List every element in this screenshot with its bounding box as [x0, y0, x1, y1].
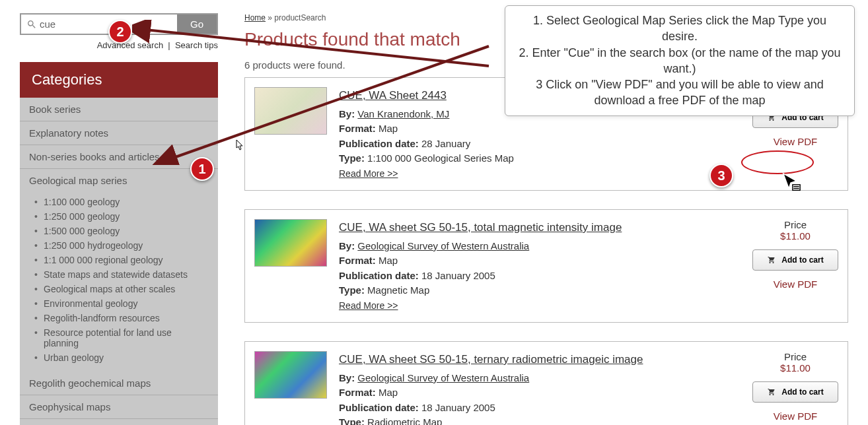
category-item-geological-map-series[interactable]: Geological map series — [20, 169, 218, 192]
product-card: CUE, WA sheet SG 50-15, total magnetic i… — [244, 209, 848, 323]
cart-icon — [767, 388, 776, 396]
product-actions: Price $11.00 Add to cart View PDF — [752, 219, 838, 313]
product-thumbnail[interactable] — [254, 351, 327, 399]
cursor-icon — [779, 172, 802, 194]
product-pubdate: 18 January 2005 — [421, 402, 495, 413]
view-pdf-link[interactable]: View PDF — [774, 410, 817, 422]
category-item[interactable]: Geophysical maps — [20, 395, 218, 419]
price-label: Price — [752, 219, 838, 230]
svg-line-1 — [145, 30, 489, 66]
subcategory-item[interactable]: 1:1 000 000 regional geology — [20, 253, 218, 267]
annotation-circle — [741, 150, 814, 174]
product-info: CUE, WA sheet SG 50-15, total magnetic i… — [339, 219, 741, 313]
product-type: Magnetic Map — [367, 284, 429, 296]
search-icon — [26, 19, 37, 30]
add-to-cart-button[interactable]: Add to cart — [752, 381, 838, 403]
view-pdf-link[interactable]: View PDF — [774, 136, 817, 147]
subcategory-item[interactable]: 1:250 000 hydrogeology — [20, 238, 218, 253]
annotation-badge-3: 3 — [709, 164, 733, 187]
product-title-link[interactable]: CUE, WA sheet SG 50-15, ternary radiomet… — [339, 351, 643, 368]
category-item[interactable]: Regolith geochemical maps — [20, 372, 218, 395]
product-info: CUE, WA sheet SG 50-15, ternary radiomet… — [339, 351, 741, 425]
product-thumbnail[interactable] — [254, 219, 327, 267]
product-card: CUE, WA sheet SG 50-15, ternary radiomet… — [244, 341, 848, 425]
price-value: $11.00 — [752, 230, 838, 242]
subcategory-item[interactable]: Geological maps at other scales — [20, 282, 218, 296]
price-label: Price — [752, 351, 838, 362]
subcategory-item[interactable]: 1:100 000 geology — [20, 195, 218, 209]
cart-icon — [767, 256, 776, 264]
subcategory-item[interactable]: State maps and statewide datasets — [20, 267, 218, 282]
product-format: Map — [379, 255, 398, 266]
subcategory-item[interactable]: Urban geology — [20, 350, 218, 365]
subcategory-item[interactable]: Regolith-landform resources — [20, 311, 218, 325]
subcategory-item[interactable]: Environmental geology — [20, 296, 218, 311]
product-actions: Price $11.00 Add to cart View PDF — [752, 351, 838, 425]
category-item[interactable]: Other maps and atlases — [20, 419, 218, 425]
annotation-arrow-2 — [132, 20, 495, 73]
product-format: Map — [379, 387, 398, 398]
annotation-badge-2: 2 — [108, 20, 132, 44]
read-more-link[interactable]: Read More >> — [339, 300, 398, 311]
product-pubdate: 18 January 2005 — [421, 270, 495, 281]
subcategory-item[interactable]: 1:500 000 geology — [20, 224, 218, 238]
product-type: Radiometric Map — [367, 416, 442, 425]
svg-rect-2 — [793, 185, 800, 191]
product-title-link[interactable]: CUE, WA sheet SG 50-15, total magnetic i… — [339, 219, 622, 236]
pointer-cursor-icon — [233, 139, 246, 154]
annotation-badge-1: 1 — [190, 157, 214, 181]
subcategory-item[interactable]: 1:250 000 geology — [20, 209, 218, 224]
instruction-callout: 1. Select Geological Map Series click th… — [505, 5, 855, 116]
view-pdf-link[interactable]: View PDF — [774, 278, 817, 290]
subcategory-list: 1:100 000 geology 1:250 000 geology 1:50… — [20, 192, 218, 372]
subcategory-item[interactable]: Resource potential for land use planning — [20, 325, 218, 350]
author-link[interactable]: Geological Survey of Western Australia — [357, 240, 529, 251]
add-to-cart-button[interactable]: Add to cart — [752, 249, 838, 271]
read-more-link[interactable]: Read More >> — [339, 168, 398, 179]
price-value: $11.00 — [752, 362, 838, 374]
author-link[interactable]: Geological Survey of Western Australia — [357, 372, 529, 383]
